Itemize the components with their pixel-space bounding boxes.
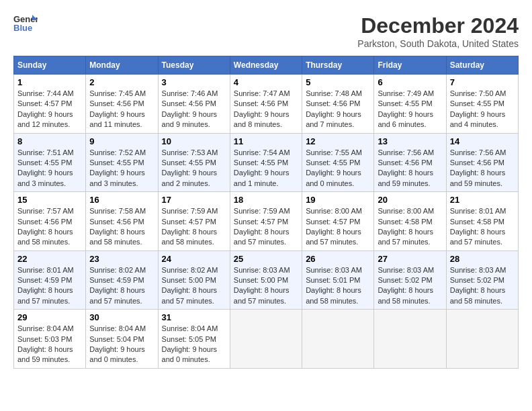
calendar-cell: 26 Sunrise: 8:03 AM Sunset: 5:01 PM Dayl… (302, 250, 374, 310)
page-header: General Blue December 2024 Parkston, Sou… (13, 13, 519, 49)
day-number: 12 (306, 136, 370, 146)
day-info: Sunrise: 7:59 AM Sunset: 4:57 PM Dayligh… (162, 206, 226, 248)
location: Parkston, South Dakota, United States (357, 38, 519, 49)
day-number: 30 (89, 312, 154, 322)
calendar-cell: 24 Sunrise: 8:02 AM Sunset: 5:00 PM Dayl… (158, 250, 230, 310)
day-number: 18 (234, 195, 298, 205)
header-thursday: Thursday (302, 56, 374, 75)
calendar-cell: 29 Sunrise: 8:04 AM Sunset: 5:03 PM Dayl… (14, 310, 86, 369)
logo: General Blue (13, 13, 38, 32)
day-number: 23 (89, 254, 154, 264)
header-sunday: Sunday (14, 56, 86, 75)
day-number: 1 (17, 77, 82, 87)
day-info: Sunrise: 7:57 AM Sunset: 4:56 PM Dayligh… (17, 206, 82, 248)
day-number: 7 (450, 77, 515, 87)
calendar-cell: 25 Sunrise: 8:03 AM Sunset: 5:00 PM Dayl… (230, 250, 302, 310)
day-number: 22 (17, 254, 82, 264)
day-number: 13 (378, 136, 442, 146)
logo-icon: General Blue (13, 13, 38, 32)
calendar-cell: 11 Sunrise: 7:54 AM Sunset: 4:55 PM Dayl… (230, 133, 302, 192)
calendar-cell: 20 Sunrise: 8:00 AM Sunset: 4:58 PM Dayl… (374, 192, 446, 251)
calendar-cell: 10 Sunrise: 7:53 AM Sunset: 4:55 PM Dayl… (158, 133, 230, 192)
day-number: 15 (17, 195, 82, 205)
header-monday: Monday (86, 56, 158, 75)
calendar-cell: 22 Sunrise: 8:01 AM Sunset: 4:59 PM Dayl… (14, 250, 86, 310)
day-info: Sunrise: 8:01 AM Sunset: 4:59 PM Dayligh… (17, 265, 82, 307)
calendar-cell: 1 Sunrise: 7:44 AM Sunset: 4:57 PM Dayli… (14, 75, 86, 134)
calendar-cell: 13 Sunrise: 7:56 AM Sunset: 4:56 PM Dayl… (374, 133, 446, 192)
header-friday: Friday (374, 56, 446, 75)
calendar-cell: 4 Sunrise: 7:47 AM Sunset: 4:56 PM Dayli… (230, 75, 302, 134)
day-info: Sunrise: 7:50 AM Sunset: 4:55 PM Dayligh… (450, 89, 515, 130)
day-number: 24 (162, 254, 226, 264)
day-number: 11 (234, 136, 298, 146)
calendar-cell (230, 310, 302, 369)
day-number: 4 (234, 77, 298, 87)
calendar-week-row: 22 Sunrise: 8:01 AM Sunset: 4:59 PM Dayl… (14, 250, 519, 310)
calendar-cell (302, 310, 374, 369)
day-number: 19 (306, 195, 370, 205)
day-info: Sunrise: 8:00 AM Sunset: 4:58 PM Dayligh… (378, 206, 442, 248)
calendar-header-row: Sunday Monday Tuesday Wednesday Thursday… (14, 56, 519, 75)
day-number: 3 (162, 77, 226, 87)
day-number: 31 (162, 312, 226, 322)
header-saturday: Saturday (446, 56, 518, 75)
calendar-cell: 18 Sunrise: 7:59 AM Sunset: 4:57 PM Dayl… (230, 192, 302, 251)
day-number: 2 (89, 77, 154, 87)
day-number: 16 (89, 195, 154, 205)
calendar-cell: 19 Sunrise: 8:00 AM Sunset: 4:57 PM Dayl… (302, 192, 374, 251)
day-number: 14 (450, 136, 515, 146)
calendar-cell (446, 310, 518, 369)
day-info: Sunrise: 7:59 AM Sunset: 4:57 PM Dayligh… (234, 206, 298, 248)
day-number: 9 (89, 136, 154, 146)
calendar-cell: 8 Sunrise: 7:51 AM Sunset: 4:55 PM Dayli… (14, 133, 86, 192)
calendar-week-row: 1 Sunrise: 7:44 AM Sunset: 4:57 PM Dayli… (14, 75, 519, 134)
calendar-cell: 12 Sunrise: 7:55 AM Sunset: 4:55 PM Dayl… (302, 133, 374, 192)
title-block: December 2024 Parkston, South Dakota, Un… (357, 13, 519, 49)
day-info: Sunrise: 7:51 AM Sunset: 4:55 PM Dayligh… (17, 148, 82, 189)
month-title: December 2024 (357, 13, 519, 38)
day-number: 17 (162, 195, 226, 205)
day-info: Sunrise: 7:44 AM Sunset: 4:57 PM Dayligh… (17, 89, 82, 130)
day-info: Sunrise: 8:03 AM Sunset: 5:02 PM Dayligh… (450, 265, 515, 307)
day-info: Sunrise: 8:04 AM Sunset: 5:05 PM Dayligh… (162, 324, 226, 365)
day-number: 29 (17, 312, 82, 322)
calendar-cell: 17 Sunrise: 7:59 AM Sunset: 4:57 PM Dayl… (158, 192, 230, 251)
day-info: Sunrise: 7:47 AM Sunset: 4:56 PM Dayligh… (234, 89, 298, 130)
day-info: Sunrise: 7:56 AM Sunset: 4:56 PM Dayligh… (450, 148, 515, 189)
day-info: Sunrise: 7:46 AM Sunset: 4:56 PM Dayligh… (162, 89, 226, 130)
day-number: 28 (450, 254, 515, 264)
day-info: Sunrise: 7:48 AM Sunset: 4:56 PM Dayligh… (306, 89, 370, 130)
day-info: Sunrise: 8:02 AM Sunset: 4:59 PM Dayligh… (89, 265, 154, 307)
calendar-cell: 30 Sunrise: 8:04 AM Sunset: 5:04 PM Dayl… (86, 310, 158, 369)
day-info: Sunrise: 8:00 AM Sunset: 4:57 PM Dayligh… (306, 206, 370, 248)
calendar-week-row: 15 Sunrise: 7:57 AM Sunset: 4:56 PM Dayl… (14, 192, 519, 251)
day-info: Sunrise: 7:55 AM Sunset: 4:55 PM Dayligh… (306, 148, 370, 189)
day-number: 21 (450, 195, 515, 205)
calendar-cell (374, 310, 446, 369)
day-info: Sunrise: 7:53 AM Sunset: 4:55 PM Dayligh… (162, 148, 226, 189)
calendar-cell: 7 Sunrise: 7:50 AM Sunset: 4:55 PM Dayli… (446, 75, 518, 134)
day-info: Sunrise: 8:04 AM Sunset: 5:04 PM Dayligh… (89, 324, 154, 365)
day-number: 26 (306, 254, 370, 264)
day-info: Sunrise: 8:04 AM Sunset: 5:03 PM Dayligh… (17, 324, 82, 365)
calendar-cell: 3 Sunrise: 7:46 AM Sunset: 4:56 PM Dayli… (158, 75, 230, 134)
day-number: 10 (162, 136, 226, 146)
day-number: 20 (378, 195, 442, 205)
calendar-cell: 9 Sunrise: 7:52 AM Sunset: 4:55 PM Dayli… (86, 133, 158, 192)
calendar-cell: 2 Sunrise: 7:45 AM Sunset: 4:56 PM Dayli… (86, 75, 158, 134)
day-info: Sunrise: 8:02 AM Sunset: 5:00 PM Dayligh… (162, 265, 226, 307)
day-info: Sunrise: 7:58 AM Sunset: 4:56 PM Dayligh… (89, 206, 154, 248)
header-wednesday: Wednesday (230, 56, 302, 75)
calendar-cell: 23 Sunrise: 8:02 AM Sunset: 4:59 PM Dayl… (86, 250, 158, 310)
day-info: Sunrise: 8:03 AM Sunset: 5:00 PM Dayligh… (234, 265, 298, 307)
calendar-cell: 27 Sunrise: 8:03 AM Sunset: 5:02 PM Dayl… (374, 250, 446, 310)
calendar-week-row: 8 Sunrise: 7:51 AM Sunset: 4:55 PM Dayli… (14, 133, 519, 192)
day-number: 25 (234, 254, 298, 264)
day-info: Sunrise: 7:56 AM Sunset: 4:56 PM Dayligh… (378, 148, 442, 189)
calendar-cell: 28 Sunrise: 8:03 AM Sunset: 5:02 PM Dayl… (446, 250, 518, 310)
calendar-cell: 5 Sunrise: 7:48 AM Sunset: 4:56 PM Dayli… (302, 75, 374, 134)
calendar-week-row: 29 Sunrise: 8:04 AM Sunset: 5:03 PM Dayl… (14, 310, 519, 369)
day-number: 5 (306, 77, 370, 87)
svg-text:Blue: Blue (13, 23, 32, 32)
